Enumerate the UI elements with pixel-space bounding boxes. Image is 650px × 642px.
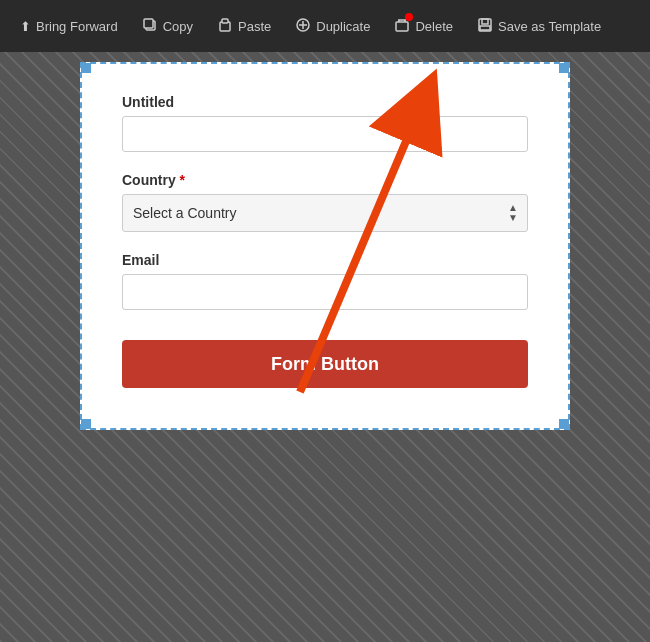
handle-bottom-right[interactable] bbox=[559, 419, 569, 429]
untitled-label: Untitled bbox=[122, 94, 528, 110]
duplicate-button[interactable]: Duplicate bbox=[285, 11, 380, 42]
svg-rect-11 bbox=[479, 19, 491, 31]
country-select[interactable]: Select a Country bbox=[122, 194, 528, 232]
delete-label: Delete bbox=[415, 19, 453, 34]
delete-icon bbox=[394, 17, 410, 36]
country-field: Country * Select a Country ▲▼ bbox=[122, 172, 528, 232]
toolbar: ⬆ Bring Forward Copy Paste Dupl bbox=[0, 0, 650, 52]
untitled-field: Untitled bbox=[122, 94, 528, 152]
copy-button[interactable]: Copy bbox=[132, 11, 203, 42]
untitled-input[interactable] bbox=[122, 116, 528, 152]
required-indicator: * bbox=[180, 172, 185, 188]
handle-top-left[interactable] bbox=[81, 63, 91, 73]
form-submit-button[interactable]: Form Button bbox=[122, 340, 528, 388]
save-as-template-button[interactable]: Save as Template bbox=[467, 11, 611, 42]
paste-label: Paste bbox=[238, 19, 271, 34]
duplicate-icon bbox=[295, 17, 311, 36]
canvas-area: Untitled Country * Select a Country ▲▼ bbox=[0, 52, 650, 642]
bring-forward-icon: ⬆ bbox=[20, 19, 31, 34]
copy-icon bbox=[142, 17, 158, 36]
email-field: Email bbox=[122, 252, 528, 310]
handle-bottom-left[interactable] bbox=[81, 419, 91, 429]
bring-forward-button[interactable]: ⬆ Bring Forward bbox=[10, 13, 128, 40]
svg-rect-3 bbox=[222, 19, 228, 23]
country-select-wrapper: Select a Country ▲▼ bbox=[122, 194, 528, 232]
svg-rect-7 bbox=[396, 22, 408, 31]
duplicate-label: Duplicate bbox=[316, 19, 370, 34]
svg-rect-1 bbox=[144, 19, 153, 28]
handle-top-right[interactable] bbox=[559, 63, 569, 73]
form-container: Untitled Country * Select a Country ▲▼ bbox=[80, 62, 570, 430]
delete-button[interactable]: Delete bbox=[384, 11, 463, 42]
email-input[interactable] bbox=[122, 274, 528, 310]
copy-label: Copy bbox=[163, 19, 193, 34]
paste-button[interactable]: Paste bbox=[207, 11, 281, 42]
paste-icon bbox=[217, 17, 233, 36]
save-as-template-label: Save as Template bbox=[498, 19, 601, 34]
svg-rect-13 bbox=[480, 26, 490, 30]
save-template-icon bbox=[477, 17, 493, 36]
svg-rect-12 bbox=[482, 19, 488, 24]
canvas-background: Untitled Country * Select a Country ▲▼ bbox=[0, 52, 650, 642]
bring-forward-label: Bring Forward bbox=[36, 19, 118, 34]
email-label: Email bbox=[122, 252, 528, 268]
country-label: Country * bbox=[122, 172, 528, 188]
